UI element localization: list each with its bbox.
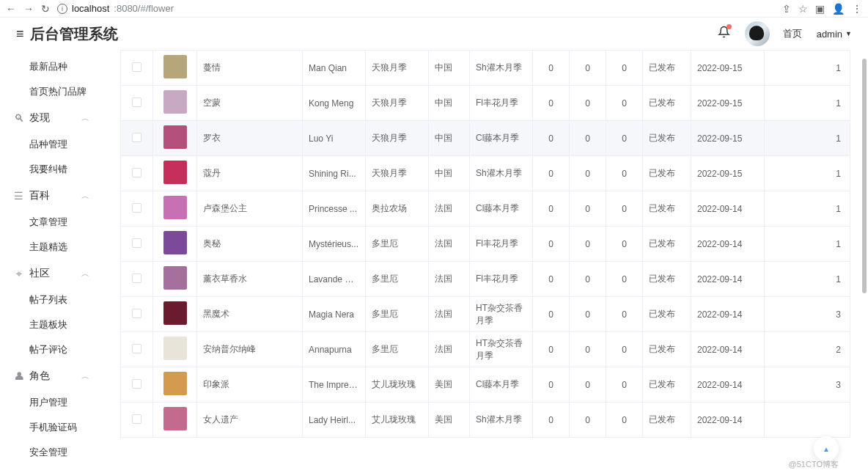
row-n2: 0 bbox=[570, 51, 606, 86]
sidebar-group-role[interactable]: 👤︎ 角色 ︿ bbox=[0, 362, 103, 390]
row-n1: 0 bbox=[533, 51, 570, 86]
row-checkbox[interactable] bbox=[132, 309, 141, 318]
sidebar-item-posts[interactable]: 帖子列表 bbox=[0, 287, 103, 312]
table-row[interactable]: 女人遗产Lady Heirl...艾儿珑玫瑰美国Sh灌木月季000已发布2022… bbox=[121, 403, 850, 438]
flower-thumb[interactable] bbox=[163, 125, 187, 149]
row-checkbox-cell bbox=[121, 191, 153, 227]
table-row[interactable]: 印象派The Impres...艾儿珑玫瑰美国Cl藤本月季000已发布2022-… bbox=[121, 367, 850, 403]
row-n3: 0 bbox=[606, 262, 643, 297]
profile-icon[interactable]: 👤 bbox=[832, 3, 845, 15]
flower-thumb[interactable] bbox=[163, 90, 187, 114]
row-image-cell bbox=[153, 332, 197, 367]
row-checkbox[interactable] bbox=[132, 203, 141, 213]
row-name-en: Magia Nera bbox=[303, 297, 366, 332]
row-type: Sh灌木月季 bbox=[470, 403, 533, 438]
scroll-top-button[interactable]: ▲ bbox=[814, 436, 839, 461]
flower-thumb[interactable] bbox=[163, 55, 187, 78]
chevron-up-icon: ︿ bbox=[81, 268, 89, 279]
back-icon[interactable]: ← bbox=[6, 3, 16, 15]
bookmark-icon[interactable]: ☆ bbox=[798, 3, 808, 15]
scrollbar-thumb[interactable] bbox=[862, 59, 867, 293]
notification-bell-icon[interactable] bbox=[718, 26, 730, 42]
row-date: 2022-09-15 bbox=[691, 51, 765, 86]
panel-icon[interactable]: ▣ bbox=[815, 3, 825, 15]
row-n2: 0 bbox=[570, 121, 606, 156]
home-link[interactable]: 首页 bbox=[783, 27, 802, 40]
flower-thumb[interactable] bbox=[163, 231, 187, 254]
row-name-en: Mystérieus... bbox=[303, 227, 366, 262]
sidebar-group-community[interactable]: ⌖ 社区 ︿ bbox=[0, 260, 103, 287]
site-info-icon[interactable]: i bbox=[57, 4, 67, 14]
sidebar-item-sms[interactable]: 手机验证码 bbox=[0, 415, 103, 440]
table-row[interactable]: 安纳普尔纳峰Annapurna多里厄法国HT杂交茶香月季000已发布2022-0… bbox=[121, 332, 850, 367]
row-country: 法国 bbox=[429, 297, 470, 332]
menu-toggle-icon[interactable]: ≡ bbox=[16, 26, 24, 42]
sidebar-item-variety[interactable]: 品种管理 bbox=[0, 132, 103, 157]
row-checkbox[interactable] bbox=[132, 98, 141, 107]
reload-icon[interactable]: ↻ bbox=[41, 3, 50, 15]
row-checkbox[interactable] bbox=[132, 238, 141, 248]
sidebar-item-users[interactable]: 用户管理 bbox=[0, 390, 103, 415]
sidebar-group-discover[interactable]: 🔍︎ 发现 ︿ bbox=[0, 104, 103, 132]
table-row[interactable]: 卢森堡公主Princesse ...奥拉农场法国Cl藤本月季000已发布2022… bbox=[121, 191, 850, 227]
row-n2: 0 bbox=[570, 227, 606, 262]
row-checkbox[interactable] bbox=[132, 62, 141, 72]
scrollbar[interactable] bbox=[861, 59, 868, 470]
row-checkbox[interactable] bbox=[132, 273, 141, 283]
sidebar-item-correction[interactable]: 我要纠错 bbox=[0, 157, 103, 182]
browser-url[interactable]: i localhost:8080/#/flower bbox=[57, 3, 174, 14]
flower-thumb[interactable] bbox=[163, 161, 187, 184]
table-row[interactable]: 蔻丹Shining Ri...天狼月季中国Sh灌木月季000已发布2022-09… bbox=[121, 156, 850, 191]
row-country: 法国 bbox=[429, 262, 470, 297]
sidebar-item-boards[interactable]: 主题板块 bbox=[0, 312, 103, 337]
row-checkbox[interactable] bbox=[132, 168, 141, 177]
row-checkbox[interactable] bbox=[132, 414, 141, 424]
sidebar-item-security[interactable]: 安全管理 bbox=[0, 440, 103, 465]
row-name-en: Lavande Pa... bbox=[303, 262, 366, 297]
row-checkbox[interactable] bbox=[132, 133, 141, 142]
row-country: 法国 bbox=[429, 191, 470, 227]
table-row[interactable]: 薰衣草香水Lavande Pa...多里厄法国Fl丰花月季000已发布2022-… bbox=[121, 262, 850, 297]
table-row[interactable]: 奥秘Mystérieus...多里厄法国Fl丰花月季000已发布2022-09-… bbox=[121, 227, 850, 262]
sidebar-item-comments[interactable]: 帖子评论 bbox=[0, 337, 103, 362]
flower-thumb[interactable] bbox=[163, 266, 187, 290]
sidebar-item-topic[interactable]: 主题精选 bbox=[0, 235, 103, 260]
row-breeder: 多里厄 bbox=[366, 297, 429, 332]
row-n1: 0 bbox=[533, 121, 570, 156]
avatar[interactable] bbox=[745, 21, 770, 46]
sidebar-item-hot[interactable]: 首页热门品牌 bbox=[0, 79, 103, 104]
row-name-cn: 黑魔术 bbox=[197, 297, 303, 332]
flower-thumb[interactable] bbox=[163, 372, 187, 395]
forward-icon[interactable]: → bbox=[23, 3, 34, 15]
table-row[interactable]: 蔓情Man Qian天狼月季中国Sh灌木月季000已发布2022-09-151 bbox=[121, 51, 850, 86]
row-breeder: 天狼月季 bbox=[366, 156, 429, 191]
row-date: 2022-09-15 bbox=[691, 156, 765, 191]
row-image-cell bbox=[153, 297, 197, 332]
row-date: 2022-09-14 bbox=[691, 227, 765, 262]
row-last: 3 bbox=[765, 297, 850, 332]
chevron-up-icon: ︿ bbox=[81, 113, 89, 124]
row-date: 2022-09-14 bbox=[691, 297, 765, 332]
flower-thumb[interactable] bbox=[163, 301, 187, 325]
flower-thumb[interactable] bbox=[163, 337, 187, 360]
flower-thumb[interactable] bbox=[163, 196, 187, 219]
share-icon[interactable]: ⇪ bbox=[782, 3, 791, 15]
row-n3: 0 bbox=[606, 227, 643, 262]
flower-thumb[interactable] bbox=[163, 407, 187, 430]
row-last bbox=[765, 403, 850, 438]
user-menu[interactable]: admin ▼ bbox=[817, 29, 852, 40]
table-row[interactable]: 黑魔术Magia Nera多里厄法国HT杂交茶香月季000已发布2022-09-… bbox=[121, 297, 850, 332]
row-last: 1 bbox=[765, 86, 850, 121]
more-icon[interactable]: ⋮ bbox=[852, 3, 862, 15]
row-checkbox[interactable] bbox=[132, 379, 141, 389]
row-name-en: Kong Meng bbox=[303, 86, 366, 121]
sidebar-item-article[interactable]: 文章管理 bbox=[0, 210, 103, 235]
table-row[interactable]: 罗衣Luo Yi天狼月季中国Cl藤本月季000已发布2022-09-151 bbox=[121, 121, 850, 156]
row-last: 1 bbox=[765, 156, 850, 191]
sidebar-item-latest[interactable]: 最新品种 bbox=[0, 54, 103, 79]
row-checkbox[interactable] bbox=[132, 344, 141, 353]
row-checkbox-cell bbox=[121, 156, 153, 191]
sidebar-group-wiki[interactable]: ☰ 百科 ︿ bbox=[0, 182, 103, 210]
table-row[interactable]: 空蒙Kong Meng天狼月季中国Fl丰花月季000已发布2022-09-151 bbox=[121, 86, 850, 121]
row-date: 2022-09-14 bbox=[691, 262, 765, 297]
